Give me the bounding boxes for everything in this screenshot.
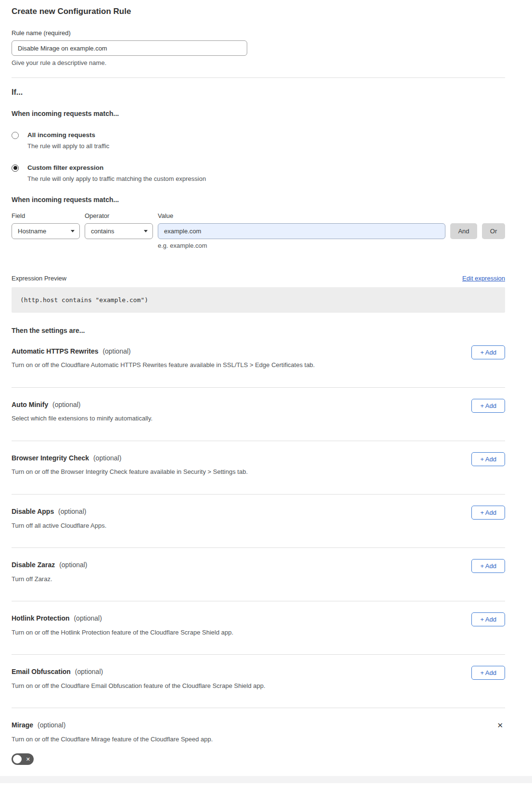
chevron-down-icon <box>144 230 148 232</box>
section-divider <box>12 77 505 78</box>
add-setting-button[interactable]: + Add <box>471 452 505 466</box>
setting-row: Automatic HTTPS Rewrites (optional) Turn… <box>12 334 505 388</box>
add-setting-button[interactable]: + Add <box>471 399 505 413</box>
or-button[interactable]: Or <box>482 223 505 239</box>
rule-name-input[interactable] <box>12 40 247 56</box>
setting-row: Auto Minify (optional) Select which file… <box>12 388 505 441</box>
expression-builder-heading: When incoming requests match... <box>12 196 505 203</box>
value-input[interactable] <box>158 223 445 239</box>
setting-row: Email Obfuscation (optional) Turn on or … <box>12 655 505 708</box>
add-setting-button[interactable]: + Add <box>471 666 505 680</box>
setting-description: Turn on or off the Browser Integrity Che… <box>12 468 505 476</box>
setting-optional-label: (optional) <box>38 721 65 729</box>
page-title: Create new Configuration Rule <box>12 7 505 16</box>
value-label: Value <box>158 212 445 219</box>
setting-optional-label: (optional) <box>102 347 130 355</box>
setting-name: Email Obfuscation <box>12 668 71 675</box>
expression-preview-box: (http.host contains "example.com") <box>12 287 505 313</box>
expression-preview-label: Expression Preview <box>12 275 66 282</box>
radio-unselected-icon[interactable] <box>12 132 19 139</box>
setting-optional-label: (optional) <box>59 561 87 569</box>
operator-select-value: contains <box>91 228 114 235</box>
add-setting-button[interactable]: + Add <box>471 506 505 520</box>
page-bottom-strip <box>0 776 532 783</box>
add-setting-button[interactable]: + Add <box>471 612 505 626</box>
radio-description: The rule will apply to all traffic <box>27 142 109 150</box>
setting-row-mirage: Mirage (optional) ✕ Turn on or off the C… <box>12 708 505 772</box>
and-button[interactable]: And <box>450 223 477 239</box>
setting-description: Turn on or off the Cloudflare Automatic … <box>12 361 505 369</box>
create-configuration-rule-form: Create new Configuration Rule Rule name … <box>0 0 532 772</box>
field-select[interactable]: Hostname <box>12 223 80 239</box>
setting-name: Automatic HTTPS Rewrites <box>12 347 98 355</box>
radio-selected-icon[interactable] <box>12 165 19 172</box>
setting-description: Turn off all active Cloudflare Apps. <box>12 522 505 530</box>
add-setting-button[interactable]: + Add <box>471 345 505 359</box>
setting-description: Turn on or off the Cloudflare Mirage fea… <box>12 736 505 743</box>
setting-optional-label: (optional) <box>52 401 80 408</box>
setting-optional-label: (optional) <box>74 614 101 622</box>
close-icon[interactable]: ✕ <box>497 722 503 729</box>
setting-name: Mirage <box>12 721 33 729</box>
setting-description: Select which file extensions to minify a… <box>12 415 505 422</box>
match-heading: When incoming requests match... <box>12 110 505 117</box>
radio-custom-filter-expression[interactable]: Custom filter expression The rule will o… <box>12 164 505 183</box>
if-heading: If... <box>12 88 505 97</box>
radio-description: The rule will only apply to traffic matc… <box>27 175 206 183</box>
toggle-knob <box>13 755 22 763</box>
toggle-off-icon: ✕ <box>26 756 30 762</box>
radio-label: Custom filter expression <box>27 164 206 172</box>
chevron-down-icon <box>71 230 75 232</box>
edit-expression-link[interactable]: Edit expression <box>462 275 505 282</box>
setting-optional-label: (optional) <box>58 508 86 515</box>
setting-row: Hotlink Protection (optional) Turn on or… <box>12 601 505 655</box>
then-settings-heading: Then the settings are... <box>12 327 505 334</box>
setting-name: Auto Minify <box>12 401 48 408</box>
setting-name: Hotlink Protection <box>12 614 70 622</box>
expression-builder: Field Operator Value Hostname contains A… <box>12 212 505 255</box>
radio-all-incoming-requests[interactable]: All incoming requests The rule will appl… <box>12 131 505 150</box>
settings-list: Automatic HTTPS Rewrites (optional) Turn… <box>12 334 505 708</box>
operator-select[interactable]: contains <box>85 223 153 239</box>
setting-name: Disable Zaraz <box>12 561 55 569</box>
setting-description: Turn off Zaraz. <box>12 575 505 583</box>
add-setting-button[interactable]: + Add <box>471 559 505 573</box>
setting-description: Turn on or off the Hotlink Protection fe… <box>12 629 505 636</box>
field-label: Field <box>12 212 80 219</box>
operator-label: Operator <box>85 212 153 219</box>
rule-name-help: Give your rule a descriptive name. <box>12 59 505 66</box>
setting-name: Browser Integrity Check <box>12 454 89 462</box>
mirage-toggle[interactable]: ✕ <box>12 753 34 765</box>
setting-row: Disable Zaraz (optional) Turn off Zaraz.… <box>12 548 505 601</box>
setting-description: Turn on or off the Cloudflare Email Obfu… <box>12 682 505 690</box>
setting-row: Browser Integrity Check (optional) Turn … <box>12 441 505 495</box>
setting-optional-label: (optional) <box>75 668 103 675</box>
setting-optional-label: (optional) <box>93 454 121 462</box>
expression-preview-row: Expression Preview Edit expression <box>12 275 505 282</box>
setting-name: Disable Apps <box>12 508 54 515</box>
radio-label: All incoming requests <box>27 131 109 139</box>
rule-name-group: Rule name (required) Give your rule a de… <box>12 29 505 66</box>
field-select-value: Hostname <box>18 228 46 235</box>
setting-row: Disable Apps (optional) Turn off all act… <box>12 495 505 548</box>
rule-name-label: Rule name (required) <box>12 29 505 37</box>
value-help: e.g. example.com <box>158 242 445 249</box>
